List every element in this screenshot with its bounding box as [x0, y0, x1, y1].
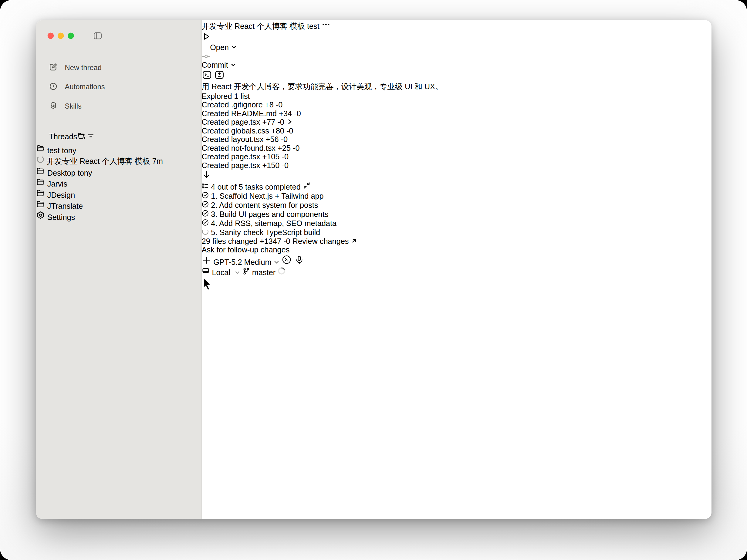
folder-icon [36, 191, 47, 199]
more-options-icon[interactable] [321, 22, 330, 30]
thread-label: JDesign [47, 191, 75, 199]
commit-button[interactable]: Commit [202, 52, 443, 70]
expand-chevron-icon[interactable] [286, 118, 293, 126]
progress-row: Created page.tsx +105 -0 [202, 153, 443, 161]
clock-icon [49, 82, 58, 91]
diff-panel-icon[interactable] [214, 73, 225, 82]
computer-icon [202, 268, 212, 276]
tasks-panel: 4 out of 5 tasks completed 1. Scaffold N… [202, 181, 443, 246]
progress-row: Created not-found.tsx +25 -0 [202, 144, 443, 153]
attach-plus-icon[interactable] [202, 258, 214, 266]
sidebar-toggle-icon[interactable] [93, 31, 102, 40]
screen: New thread Automations Skills Threads [0, 0, 747, 560]
threads-section-header: Threads [36, 130, 201, 144]
tasks-progress-label: 4 out of 5 tasks completed [211, 183, 301, 191]
chevron-down-icon [274, 258, 282, 266]
thread-label: 开发专业 React 个人博客 模板 [47, 157, 150, 165]
sidebar-item-new-thread[interactable]: New thread [36, 58, 201, 77]
thread-label: JTranslate [47, 202, 83, 210]
tasks-panel-header: 4 out of 5 tasks completed [202, 181, 443, 191]
task-item: 3. Build UI pages and components [202, 210, 443, 219]
main-pane: 开发专业 React 个人博客 模板 test Open [202, 20, 443, 519]
zoom-window-button[interactable] [68, 32, 74, 39]
checklist-icon [202, 183, 211, 191]
thread-item-test[interactable]: test tony [36, 144, 201, 155]
check-circle-icon [202, 192, 211, 200]
run-icon[interactable] [202, 34, 211, 43]
status-bar: Local master [202, 267, 443, 277]
check-circle-icon [202, 219, 211, 228]
file-link[interactable]: page.tsx [231, 161, 260, 169]
task-spinner-icon [202, 229, 211, 237]
thread-title: 开发专业 React 个人博客 模板 [202, 22, 305, 30]
terminal-panel-icon[interactable] [202, 73, 214, 82]
file-link[interactable]: page.tsx [231, 118, 260, 126]
thread-item-jarvis[interactable]: Jarvis [36, 178, 201, 188]
file-link[interactable]: README.md [231, 109, 277, 118]
file-link[interactable]: page.tsx [231, 153, 260, 161]
scroll-to-bottom-button[interactable] [202, 170, 443, 181]
arrow-down-icon [202, 170, 211, 180]
file-link[interactable]: globals.css [231, 127, 269, 135]
nav-label: New thread [65, 63, 102, 71]
sync-spinner-icon [278, 268, 286, 276]
terminal-circle-icon[interactable] [282, 258, 294, 266]
thread-item-desktop[interactable]: Desktop tony [36, 166, 201, 178]
sidebar-item-settings[interactable]: Settings [36, 211, 201, 222]
file-link[interactable]: layout.tsx [231, 135, 264, 143]
files-changed-label: 29 files changed [202, 237, 258, 245]
chat-content: 用 React 开发个人博客，要求功能完善，设计美观，专业级 UI 和 UX。 … [202, 82, 443, 293]
thread-label: Desktop [47, 169, 76, 177]
model-selector[interactable]: GPT-5.2 Medium [213, 258, 281, 266]
task-list: 1. Scaffold Next.js + Tailwind app 2. Ad… [202, 191, 443, 237]
chevron-down-icon [230, 61, 236, 69]
file-link[interactable]: .gitignore [231, 101, 263, 109]
task-item: 4. Add RSS, sitemap, SEO metadata [202, 219, 443, 228]
commit-icon [202, 52, 443, 61]
sidebar-item-automations[interactable]: Automations [36, 77, 201, 96]
thread-meta: tony [62, 146, 76, 155]
progress-row: Created layout.tsx +56 -0 [202, 135, 443, 144]
composer[interactable]: Ask for follow-up changes GPT-5.2 Medium [202, 246, 443, 267]
progress-row: Explored 1 list [202, 92, 443, 101]
threads-header-label: Threads [49, 133, 77, 141]
minimize-window-button[interactable] [58, 32, 64, 39]
commit-label: Commit [202, 61, 228, 69]
thread-item-jdesign[interactable]: JDesign [36, 189, 201, 199]
review-changes-link[interactable]: Review changes [292, 237, 349, 245]
branch-name: master [252, 268, 276, 276]
new-folder-icon[interactable] [77, 131, 86, 142]
composer-toolbar: GPT-5.2 Medium [202, 255, 443, 267]
sidebar-titlebar [36, 20, 201, 51]
filter-icon[interactable] [86, 132, 95, 142]
sidebar-item-skills[interactable]: Skills [36, 96, 201, 115]
folder-icon [36, 169, 47, 177]
app-window: New thread Automations Skills Threads [36, 20, 712, 519]
microphone-icon[interactable] [294, 258, 304, 266]
thread-time: 7m [152, 157, 163, 165]
open-button[interactable]: Open [202, 43, 443, 52]
chevron-down-icon [235, 268, 242, 276]
environment-label[interactable]: Local [212, 268, 230, 276]
compose-icon [49, 63, 58, 71]
chevron-down-icon [231, 43, 237, 51]
sidebar: New thread Automations Skills Threads [36, 20, 202, 519]
layers-icon [49, 101, 58, 110]
collapse-icon[interactable] [303, 183, 311, 191]
nav-label: Automations [65, 82, 105, 90]
progress-list: Explored 1 list Created .gitignore +8 -0… [202, 92, 443, 170]
close-window-button[interactable] [48, 32, 54, 39]
folder-icon [36, 202, 47, 210]
xcode-app-icon [202, 43, 210, 51]
folder-icon [36, 180, 47, 188]
open-folder-icon [36, 146, 47, 155]
diff-removed: -0 [283, 237, 290, 245]
file-link[interactable]: not-found.tsx [231, 144, 276, 152]
task-item: 1. Scaffold Next.js + Tailwind app [202, 191, 443, 201]
arrow-up-right-icon [351, 237, 357, 245]
thread-item-jtranslate[interactable]: JTranslate [36, 199, 201, 211]
diff-added: +1347 [260, 237, 281, 245]
mouse-cursor [202, 277, 443, 293]
desktop-background: New thread Automations Skills Threads [0, 0, 747, 560]
thread-item-react-blog[interactable]: 开发专业 React 个人博客 模板 7m [36, 155, 201, 166]
